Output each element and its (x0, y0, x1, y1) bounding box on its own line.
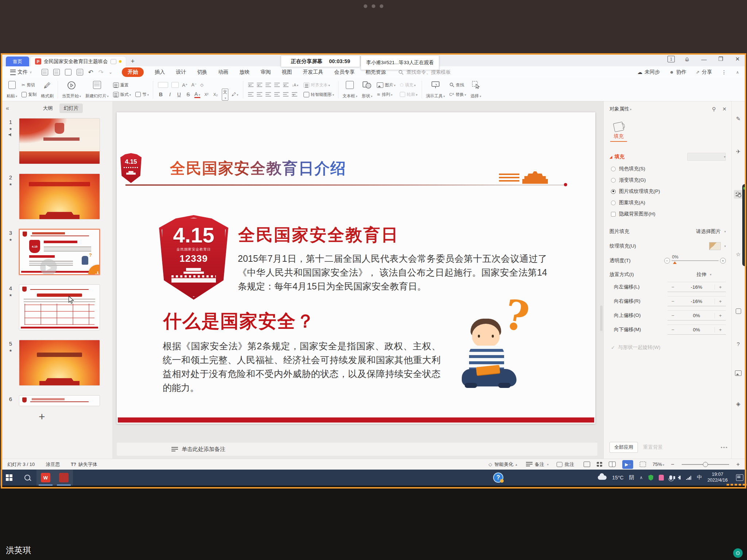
taskbar-wps-app[interactable]: W (36, 470, 55, 486)
add-slide-button[interactable]: + (39, 411, 45, 423)
redo-icon[interactable] (98, 69, 104, 76)
close-button[interactable]: ✕ (733, 56, 742, 62)
offset-up-stepper[interactable]: − 0% + (667, 310, 726, 320)
format-painter-button[interactable]: 格式刷 (39, 79, 56, 100)
increase-transparency-icon[interactable]: + (720, 258, 726, 264)
fit-slide-icon[interactable] (640, 462, 646, 467)
bell-icon[interactable] (683, 56, 692, 62)
canvas-scrollbar[interactable] (600, 306, 603, 331)
security-shield-icon[interactable] (648, 475, 653, 481)
zoom-in-button[interactable]: + (736, 461, 740, 468)
slide-3-thumbnail-selected[interactable]: 4.15 ? ▶ + (19, 229, 100, 275)
ribbon-tab-animation[interactable]: 动画 (218, 69, 228, 75)
slide-sorter-view-button[interactable] (597, 462, 602, 467)
distribute-icon[interactable] (283, 92, 289, 97)
fill-button[interactable]: 填充 (398, 81, 419, 89)
new-slide-button[interactable]: 新建幻灯片 (83, 79, 111, 100)
columns-icon[interactable] (292, 92, 297, 97)
arrange-button[interactable]: 排列 (375, 90, 397, 99)
ribbon-tab-design[interactable]: 设计 (176, 69, 186, 75)
comments-button[interactable]: 批注 (557, 461, 574, 468)
collaborate-button[interactable]: 协作 (669, 69, 686, 75)
replace-image-icon[interactable] (734, 369, 743, 377)
paste-style-icon[interactable] (734, 307, 743, 315)
fill-tab[interactable]: 填充 (610, 122, 627, 142)
more-commands-icon[interactable] (109, 70, 112, 75)
decrease-indent-icon[interactable] (266, 83, 271, 87)
offset-down-stepper[interactable]: − 0% + (667, 324, 726, 335)
stepper-plus-button[interactable]: + (715, 313, 726, 318)
slide-2-thumbnail[interactable] (19, 174, 100, 219)
present-tools-button[interactable]: 演示工具 (424, 79, 447, 100)
help-icon[interactable] (734, 339, 743, 348)
file-menu[interactable]: 文件 (10, 69, 32, 75)
clear-format-icon[interactable] (200, 82, 204, 88)
close-panel-button[interactable]: ✕ (722, 106, 727, 112)
print-preview-icon[interactable] (77, 69, 83, 75)
underline-button[interactable]: U (176, 92, 182, 97)
option-picture-texture-fill[interactable]: 图片或纹理填充(P) (611, 188, 732, 195)
start-slideshow-button[interactable]: ▶ (622, 460, 633, 469)
increase-font-icon[interactable]: A⁺ (182, 82, 188, 88)
stepper-minus-button[interactable]: − (667, 284, 678, 290)
font-size-dropdown[interactable] (171, 82, 179, 88)
thumbnail-play-overlay-button[interactable]: ▶ (40, 259, 57, 275)
export-icon[interactable] (53, 69, 60, 75)
missing-font-warning[interactable]: T? 缺失字体 (71, 461, 97, 468)
tab-slides[interactable]: 幻灯片 (59, 104, 83, 113)
docked-side-tab[interactable] (742, 184, 747, 266)
ribbon-tab-slideshow[interactable]: 放映 (239, 69, 249, 75)
slide-paragraph-1[interactable]: 2015年7月1日，第十二届全国人民代表大会常务委员会第十五次会议通过了《中华人… (238, 252, 547, 293)
ribbon-tab-insert[interactable]: 插入 (155, 69, 165, 75)
layout-button[interactable]: 版式 (112, 90, 132, 99)
stepper-plus-button[interactable]: + (715, 299, 726, 304)
option-solid-fill[interactable]: 纯色填充(S) (611, 166, 732, 172)
play-from-current-button[interactable]: 当页开始 (60, 79, 83, 100)
zoom-slider[interactable] (682, 464, 729, 465)
reset-background-button[interactable]: 重置背景 (643, 444, 663, 451)
decrease-font-icon[interactable]: A⁻ (191, 82, 197, 88)
more-menu-icon[interactable] (721, 69, 727, 75)
placement-dropdown[interactable]: 拉伸 (682, 271, 726, 278)
picture-button[interactable]: 图片 (375, 81, 397, 89)
option-pattern-fill[interactable]: 图案填充(A) (611, 199, 732, 206)
rotate-with-shape-option[interactable]: ✓ 与形状一起旋转(W) (611, 344, 732, 351)
print-icon[interactable] (65, 69, 71, 75)
text-direction-icon[interactable] (292, 83, 298, 87)
theme-name[interactable]: 涂豆思 (46, 461, 60, 468)
zoom-out-button[interactable]: − (671, 461, 674, 468)
normal-view-button[interactable] (584, 462, 590, 467)
sync-status-button[interactable]: 未同步 (637, 69, 660, 75)
numbered-list-icon[interactable] (257, 83, 262, 87)
collapse-ribbon-icon[interactable] (736, 70, 739, 75)
align-left-icon[interactable] (248, 92, 253, 97)
reading-view-button[interactable] (609, 462, 616, 467)
bullet-list-icon[interactable] (248, 83, 253, 87)
smart-features-icon[interactable] (734, 400, 743, 408)
option-hide-background[interactable]: 隐藏背景图形(H) (611, 211, 732, 217)
show-hidden-icons-chevron[interactable]: ∧ (640, 475, 643, 480)
help-assistant-icon[interactable]: ? (493, 472, 503, 483)
tab-home[interactable]: 首页 (6, 57, 29, 66)
apply-all-button[interactable]: 全部应用 (609, 442, 638, 453)
microphone-icon[interactable] (669, 475, 672, 480)
zoom-slider-handle[interactable] (703, 462, 708, 467)
smart-graphic-button[interactable]: 转智能图形 (302, 90, 336, 99)
align-right-icon[interactable] (266, 92, 271, 97)
bold-button[interactable]: B (158, 92, 164, 97)
texture-fill-dropdown[interactable] (709, 242, 726, 250)
font-color-button[interactable]: A (194, 91, 200, 98)
more-options-icon[interactable]: ••• (721, 445, 728, 450)
slide-editor[interactable]: 4.15 全民国家安全教育日介绍 4.15 全民国家安全教育日 12339 全民… (117, 112, 595, 424)
slide-1-thumbnail[interactable] (19, 118, 100, 164)
rocket-boost-icon[interactable] (734, 147, 743, 156)
start-button[interactable] (0, 470, 18, 486)
picture-fill-dropdown[interactable]: 请选择图片 (696, 228, 726, 235)
restore-button[interactable]: ❐ (716, 56, 725, 62)
speaker-icon[interactable] (678, 475, 681, 480)
panel-title[interactable]: 对象属性 (609, 106, 631, 112)
shape-button[interactable]: 形状 (360, 79, 375, 100)
tab-outline[interactable]: 大纲 (39, 104, 57, 113)
minimize-button[interactable]: — (700, 56, 708, 62)
strikethrough-button[interactable]: S (185, 92, 191, 97)
